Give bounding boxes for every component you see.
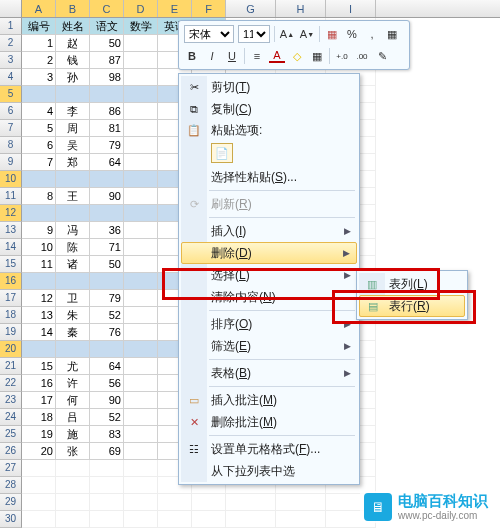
- cell[interactable]: 编号: [22, 18, 56, 35]
- cell[interactable]: [124, 426, 158, 443]
- cell[interactable]: [22, 273, 56, 290]
- cell[interactable]: [124, 494, 158, 511]
- cell[interactable]: 36: [90, 222, 124, 239]
- row-header[interactable]: 16: [0, 273, 22, 290]
- row-header[interactable]: 9: [0, 154, 22, 171]
- cell[interactable]: 14: [22, 324, 56, 341]
- cell[interactable]: [90, 511, 124, 528]
- cell[interactable]: 18: [22, 409, 56, 426]
- cell[interactable]: [56, 86, 90, 103]
- cell[interactable]: [124, 103, 158, 120]
- cell[interactable]: [22, 511, 56, 528]
- row-header[interactable]: 15: [0, 256, 22, 273]
- menu-delete[interactable]: 删除(D)▶: [181, 242, 357, 264]
- cell[interactable]: 赵: [56, 35, 90, 52]
- cell[interactable]: 许: [56, 375, 90, 392]
- cell[interactable]: 64: [90, 154, 124, 171]
- row-header[interactable]: 19: [0, 324, 22, 341]
- cell[interactable]: 90: [90, 188, 124, 205]
- row-header[interactable]: 20: [0, 341, 22, 358]
- submenu-table-row[interactable]: ▤表行(R): [359, 295, 465, 317]
- cell[interactable]: 吴: [56, 137, 90, 154]
- cell[interactable]: 71: [90, 239, 124, 256]
- fontsize-select[interactable]: 11: [238, 25, 270, 43]
- cell[interactable]: 87: [90, 52, 124, 69]
- cell[interactable]: [56, 511, 90, 528]
- row-header[interactable]: 25: [0, 426, 22, 443]
- cell[interactable]: [226, 494, 276, 511]
- paste-option-icon[interactable]: 📄: [211, 143, 233, 163]
- cell[interactable]: [22, 477, 56, 494]
- shrink-font-button[interactable]: A▼: [299, 26, 315, 42]
- percent-button[interactable]: %: [344, 26, 360, 42]
- cell[interactable]: [276, 511, 326, 528]
- comma-button[interactable]: ,: [364, 26, 380, 42]
- row-header[interactable]: 24: [0, 409, 22, 426]
- cell[interactable]: 数学: [124, 18, 158, 35]
- cell[interactable]: [124, 477, 158, 494]
- cell[interactable]: [124, 222, 158, 239]
- cell[interactable]: 吕: [56, 409, 90, 426]
- cell[interactable]: [56, 494, 90, 511]
- cell[interactable]: [124, 120, 158, 137]
- cell[interactable]: 姓名: [56, 18, 90, 35]
- row-header[interactable]: 3: [0, 52, 22, 69]
- cell[interactable]: 6: [22, 137, 56, 154]
- cell[interactable]: [124, 52, 158, 69]
- cell[interactable]: [90, 86, 124, 103]
- cell[interactable]: 张: [56, 443, 90, 460]
- row-header[interactable]: 5: [0, 86, 22, 103]
- cell[interactable]: 3: [22, 69, 56, 86]
- row-header[interactable]: 4: [0, 69, 22, 86]
- cell[interactable]: [192, 511, 226, 528]
- border-button[interactable]: ▦: [309, 48, 325, 64]
- cell[interactable]: 7: [22, 154, 56, 171]
- fillcolor-button[interactable]: ◇: [289, 48, 305, 64]
- row-header[interactable]: 2: [0, 35, 22, 52]
- cell[interactable]: 尤: [56, 358, 90, 375]
- cell[interactable]: 52: [90, 409, 124, 426]
- cell[interactable]: [124, 443, 158, 460]
- menu-filter[interactable]: 筛选(E)▶: [181, 335, 357, 357]
- fontcolor-button[interactable]: A: [269, 49, 285, 63]
- cell[interactable]: 李: [56, 103, 90, 120]
- bold-button[interactable]: B: [184, 48, 200, 64]
- cell[interactable]: 5: [22, 120, 56, 137]
- cell[interactable]: [124, 86, 158, 103]
- format-painter-button[interactable]: ✎: [374, 48, 390, 64]
- cell[interactable]: 郑: [56, 154, 90, 171]
- cell[interactable]: [56, 341, 90, 358]
- align-button[interactable]: ≡: [249, 48, 265, 64]
- select-all-corner[interactable]: [0, 0, 22, 17]
- cell[interactable]: 1: [22, 35, 56, 52]
- cell[interactable]: 9: [22, 222, 56, 239]
- menu-clear[interactable]: 清除内容(N): [181, 286, 357, 308]
- underline-button[interactable]: U: [224, 48, 240, 64]
- cell[interactable]: [124, 171, 158, 188]
- cell[interactable]: [124, 154, 158, 171]
- cell[interactable]: [22, 86, 56, 103]
- menu-insert-comment[interactable]: ▭插入批注(M): [181, 389, 357, 411]
- cell[interactable]: 13: [22, 307, 56, 324]
- decrease-decimal-button[interactable]: .00: [354, 48, 370, 64]
- cell[interactable]: 79: [90, 290, 124, 307]
- menu-insert[interactable]: 插入(I)▶: [181, 220, 357, 242]
- menu-format-cells[interactable]: ☷设置单元格格式(F)...: [181, 438, 357, 460]
- row-header[interactable]: 13: [0, 222, 22, 239]
- row-header[interactable]: 11: [0, 188, 22, 205]
- menu-pick-from-list[interactable]: 从下拉列表中选: [181, 460, 357, 482]
- row-header[interactable]: 30: [0, 511, 22, 528]
- col-E[interactable]: E: [158, 0, 192, 17]
- cell[interactable]: 19: [22, 426, 56, 443]
- row-header[interactable]: 18: [0, 307, 22, 324]
- row-header[interactable]: 14: [0, 239, 22, 256]
- cell[interactable]: [226, 511, 276, 528]
- col-A[interactable]: A: [22, 0, 56, 17]
- menu-table[interactable]: 表格(B)▶: [181, 362, 357, 384]
- cell[interactable]: 83: [90, 426, 124, 443]
- cell[interactable]: 64: [90, 358, 124, 375]
- cell[interactable]: 17: [22, 392, 56, 409]
- cell[interactable]: [90, 494, 124, 511]
- cell[interactable]: 81: [90, 120, 124, 137]
- cell[interactable]: 何: [56, 392, 90, 409]
